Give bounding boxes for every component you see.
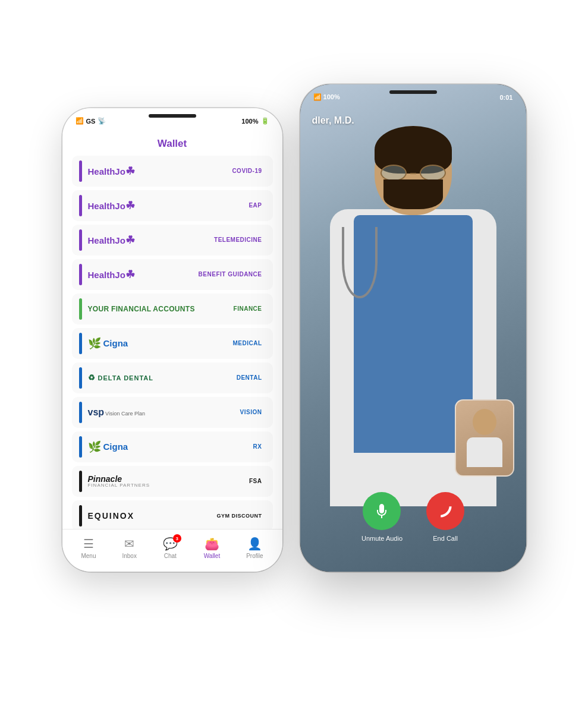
item-badge: FINANCE [230,304,266,313]
status-bar-wallet: 📶 GS 📡 100% 🔋 [62,108,282,134]
wallet-item-covid[interactable]: HealthJo☘ COVID-19 [72,156,273,187]
logo-area: 🌿 Cigna [88,440,250,453]
logo-area: HealthJo☘ [88,199,246,212]
end-call-label: End Call [433,535,458,542]
wallet-title: Wallet [62,134,282,156]
wallet-item-dental[interactable]: ♻ DELTA DENTAL DENTAL [72,362,273,393]
call-controls: Unmute Audio End Call [300,492,526,542]
inbox-icon: ✉ [124,537,134,551]
nav-label-chat: Chat [164,553,177,559]
wallet-item-gym[interactable]: EQUINOX GYM DISCOUNT [72,500,273,529]
bridge [410,173,416,174]
logo-area: HealthJo☘ [88,268,195,281]
chat-badge: 3 [173,534,181,543]
healthjoy-logo: HealthJo☘ [88,234,135,247]
nav-item-wallet[interactable]: 👛 Wallet [204,537,220,559]
status-right: 100% 🔋 [241,117,269,125]
nav-label-profile: Profile [246,553,263,559]
signal-icon: 📶 [76,117,84,125]
profile-icon: 👤 [247,537,262,551]
wallet-item-fsa[interactable]: Pinnacle FINANCIAL PARTNERS FSA [72,466,273,497]
unmute-button[interactable]: Unmute Audio [361,492,403,542]
status-right-video: 0:01 [499,94,512,101]
wallet-list: HealthJo☘ COVID-19 HealthJo☘ EAP HealthJ… [62,156,282,529]
color-bar [79,195,82,216]
item-badge: EAP [245,201,265,210]
wallet-icon: 👛 [205,537,219,551]
cigna-tree-icon: 🌿 [88,337,101,350]
item-badge: BENEFIT GUIDANCE [195,270,266,279]
bottom-nav: ☰ Menu ✉ Inbox 💬 3 Chat 👛 Wallet 👤 Profi… [62,529,282,572]
item-badge: TELEMEDICINE [210,235,265,244]
end-call-button[interactable]: End Call [426,492,464,542]
vsp-logo: vspVision Care Plan [88,407,145,418]
healthjoy-logo: HealthJo☘ [88,199,135,212]
item-badge: COVID-19 [228,166,265,175]
cigna-logo: Cigna [103,442,128,452]
self-view-thumbnail [455,399,514,477]
carrier-text: GS [86,118,96,125]
logo-area: Pinnacle FINANCIAL PARTNERS [88,474,246,488]
nav-label-menu: Menu [81,553,96,559]
color-bar [79,505,82,527]
delta-icon: ♻ [88,373,96,382]
caller-name: dler, M.D. [312,115,354,126]
wallet-item-benefit[interactable]: HealthJo☘ BENEFIT GUIDANCE [72,259,273,290]
battery-icon: 🔋 [261,117,269,125]
unmute-circle[interactable] [363,492,401,530]
nav-label-inbox: Inbox [122,553,136,559]
logo-area: 🌿 Cigna [88,337,229,350]
color-bar [79,436,82,458]
pinnacle-logo: Pinnacle FINANCIAL PARTNERS [88,474,150,488]
color-bar [79,367,82,389]
status-bar-video: 📶 100% 0:01 [300,84,526,111]
wallet-item-medical[interactable]: 🌿 Cigna MEDICAL [72,328,273,359]
battery-text: 100% [241,118,258,125]
menu-icon: ☰ [83,537,94,551]
end-call-circle[interactable] [426,492,464,530]
self-view-head [473,409,496,435]
logo-area: vspVision Care Plan [88,407,237,418]
nav-label-wallet: Wallet [204,553,220,559]
logo-area: HealthJo☘ [88,234,211,247]
wallet-item-eap[interactable]: HealthJo☘ EAP [72,190,273,221]
notch-pill-video [389,90,437,94]
logo-area: EQUINOX [88,511,213,521]
battery-video: 100% [323,93,340,100]
phone-wallet: 📶 GS 📡 100% 🔋 Wallet HealthJo☘ COVID-19 [62,108,282,572]
finance-label: YOUR FINANCIAL ACCOUNTS [88,305,195,313]
phone-video: 📶 100% 0:01 dler, M.D. [300,84,526,572]
wallet-item-rx[interactable]: 🌿 Cigna RX [72,431,273,462]
item-badge: VISION [237,408,266,417]
wallet-item-vision[interactable]: vspVision Care Plan VISION [72,397,273,428]
item-badge: RX [250,442,266,451]
self-view-person [456,401,513,475]
item-badge: FSA [246,477,266,486]
logo-area: YOUR FINANCIAL ACCOUNTS [88,305,230,313]
item-badge: GYM DISCOUNT [213,512,265,520]
status-left-video: 📶 100% [313,93,340,101]
color-bar [79,160,82,182]
call-timer: 0:01 [499,94,512,101]
color-bar [79,402,82,423]
wallet-item-finance[interactable]: YOUR FINANCIAL ACCOUNTS FINANCE [72,294,273,324]
delta-dental-logo: ♻ DELTA DENTAL [88,373,153,382]
color-bar [79,229,82,251]
color-bar [79,298,82,320]
color-bar [79,333,82,354]
nav-item-chat[interactable]: 💬 3 Chat [163,537,178,559]
svg-rect-0 [381,516,382,518]
wifi-icon: 📡 [98,117,106,125]
wallet-item-telemedicine[interactable]: HealthJo☘ TELEMEDICINE [72,225,273,256]
logo-area: ♻ DELTA DENTAL [88,373,233,382]
scene: 📶 GS 📡 100% 🔋 Wallet HealthJo☘ COVID-19 [62,84,526,619]
status-left: 📶 GS 📡 [76,117,106,125]
doctor-head [375,126,452,215]
cigna-logo: Cigna [103,338,128,348]
nav-item-menu[interactable]: ☰ Menu [81,537,96,559]
nav-item-profile[interactable]: 👤 Profile [246,537,263,559]
stethoscope [342,227,378,298]
healthjoy-logo: HealthJo☘ [88,268,135,281]
notch-pill [149,114,196,118]
nav-item-inbox[interactable]: ✉ Inbox [122,537,136,559]
